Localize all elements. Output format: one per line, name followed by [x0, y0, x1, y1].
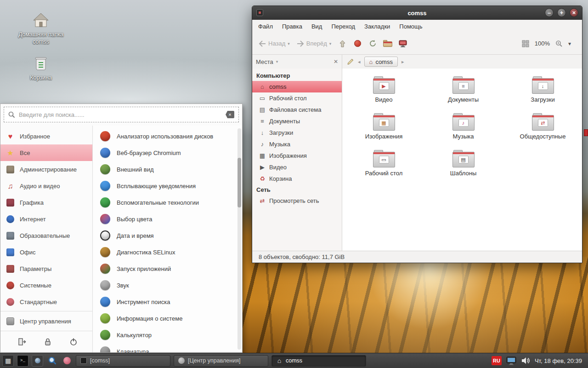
- up-button[interactable]: [336, 38, 348, 50]
- stop-button[interactable]: [351, 38, 363, 50]
- place-item[interactable]: ▤ Файловая система: [252, 104, 342, 115]
- menu-category[interactable]: Офис: [0, 244, 92, 260]
- menu-category[interactable]: Параметры: [0, 260, 92, 277]
- app-list-item[interactable]: Инструмент поиска: [93, 293, 242, 310]
- menu-category[interactable]: ★ Все: [0, 144, 92, 161]
- file-item[interactable]: ♪ Музыка: [424, 111, 503, 148]
- app-list-item[interactable]: Внешний вид: [93, 161, 242, 178]
- file-view[interactable]: ▶ Видео ≡ Документы ↓ Загрузки ▦ Изображ…: [342, 69, 582, 251]
- menubar-item[interactable]: Файл: [254, 21, 277, 32]
- menu-category[interactable]: Администрирование: [0, 161, 92, 178]
- path-location-button[interactable]: ⌂ comss: [364, 57, 398, 67]
- place-item[interactable]: ♪ Музыка: [252, 138, 342, 150]
- menubar-item[interactable]: Помощь: [395, 21, 426, 32]
- search-launcher-button[interactable]: [46, 355, 58, 367]
- app-list-item[interactable]: Информация о системе: [93, 310, 242, 327]
- app-list-item[interactable]: Запуск приложений: [93, 260, 242, 277]
- computer-button[interactable]: [397, 38, 409, 50]
- app-list-item[interactable]: Веб-браузер Chromium: [93, 144, 242, 161]
- menubar-item[interactable]: Закладки: [360, 21, 394, 32]
- zoom-in-button[interactable]: [553, 38, 565, 50]
- menu-category[interactable]: Системные: [0, 277, 92, 293]
- place-label: Корзина: [269, 175, 292, 182]
- app-list-item[interactable]: Всплывающие уведомления: [93, 178, 242, 194]
- place-item[interactable]: ▶ Видео: [252, 161, 342, 173]
- file-item[interactable]: ⇄ Общедоступные: [503, 111, 582, 148]
- menubar-item[interactable]: Правка: [278, 21, 306, 32]
- app-list-item[interactable]: Калькулятор: [93, 327, 242, 343]
- place-item[interactable]: ↓ Загрузки: [252, 127, 342, 138]
- apps-scrollbar-thumb[interactable]: [237, 158, 241, 207]
- taskbar-window-button[interactable]: [Центр управления]: [174, 355, 268, 367]
- terminal-launcher-button[interactable]: >_: [17, 355, 28, 367]
- path-scroll-right-icon[interactable]: ▸: [401, 59, 404, 65]
- titlebar[interactable]: comss –+×: [252, 6, 582, 20]
- edit-location-icon[interactable]: [347, 58, 354, 65]
- path-scroll-left-icon[interactable]: ◂: [358, 59, 361, 65]
- menu-category[interactable]: Интернет: [0, 211, 92, 227]
- shutdown-button[interactable]: [68, 337, 79, 347]
- place-item[interactable]: ≡ Документы: [252, 115, 342, 127]
- file-item[interactable]: ▤ Шаблоны: [424, 148, 503, 184]
- place-item[interactable]: ⌂ comss: [252, 81, 342, 92]
- apps-scrollbar[interactable]: [237, 128, 241, 350]
- keyboard-layout-indicator[interactable]: RU: [492, 356, 502, 365]
- back-button[interactable]: Назад ▾: [257, 38, 292, 49]
- forward-button[interactable]: Вперёд ▾: [295, 38, 334, 49]
- color-picker-launcher-button[interactable]: [61, 355, 73, 367]
- minimize-button[interactable]: –: [545, 8, 554, 17]
- app-list-item[interactable]: Дата и время: [93, 227, 242, 244]
- control-center-button[interactable]: Центр управления: [0, 311, 92, 331]
- menu-launcher-button[interactable]: ▦: [2, 355, 14, 367]
- sidepane-dropdown-icon[interactable]: ▾: [276, 59, 278, 64]
- file-label: Музыка: [453, 133, 474, 140]
- screenshot-launcher-button[interactable]: [32, 355, 43, 367]
- lock-button[interactable]: [43, 337, 53, 347]
- desktop-icon-home[interactable]: Домашняя папка comss: [17, 11, 65, 46]
- volume-icon[interactable]: [521, 356, 530, 365]
- view-dropdown-icon[interactable]: ▾: [568, 40, 577, 47]
- close-button[interactable]: ×: [570, 8, 578, 17]
- icon-view-button[interactable]: [520, 38, 531, 50]
- menu-category[interactable]: Образовательные: [0, 227, 92, 244]
- panel-edge-marker[interactable]: [584, 129, 588, 136]
- app-list-item[interactable]: Диагностика SELinux: [93, 244, 242, 260]
- back-dropdown-icon[interactable]: ▾: [288, 41, 290, 46]
- place-item[interactable]: ▭ Рабочий стол: [252, 92, 342, 104]
- app-list-item[interactable]: Клавиатура: [93, 343, 242, 352]
- logout-button[interactable]: [17, 337, 27, 347]
- menu-category[interactable]: ♥ Избранное: [0, 128, 92, 144]
- search-input[interactable]: [19, 111, 222, 118]
- file-item[interactable]: ▭ Рабочий стол: [344, 148, 424, 184]
- clock[interactable]: Чт, 18 фев, 20:39: [535, 357, 582, 364]
- taskbar-window-button[interactable]: ⌂ comss: [271, 355, 366, 367]
- app-list-item[interactable]: Звук: [93, 277, 242, 293]
- place-item[interactable]: ♻ Корзина: [252, 173, 342, 184]
- display-settings-icon[interactable]: [506, 356, 516, 365]
- clear-search-icon[interactable]: ×: [226, 111, 234, 118]
- file-item[interactable]: ↓ Загрузки: [503, 74, 582, 111]
- taskbar-window-button[interactable]: [comss]: [76, 355, 170, 367]
- place-label: Загрузки: [269, 129, 293, 136]
- home-button[interactable]: [382, 38, 394, 50]
- app-list-item[interactable]: Выбор цвета: [93, 211, 242, 227]
- maximize-button[interactable]: +: [557, 8, 566, 17]
- app-list-item[interactable]: Анализатор использования дисков: [93, 128, 242, 144]
- window-menu-icon[interactable]: [256, 9, 263, 16]
- file-item[interactable]: ▦ Изображения: [344, 111, 424, 148]
- place-item[interactable]: ▦ Изображения: [252, 150, 342, 161]
- sidepane-close-icon[interactable]: ✕: [334, 58, 338, 65]
- menu-category[interactable]: ♫ Аудио и видео: [0, 178, 92, 194]
- file-item[interactable]: ▶ Видео: [344, 74, 424, 111]
- menu-category[interactable]: Стандартные: [0, 293, 92, 310]
- app-list-item[interactable]: Вспомогательные технологии: [93, 194, 242, 211]
- file-item[interactable]: ≡ Документы: [424, 74, 503, 111]
- menubar-item[interactable]: Вид: [307, 21, 327, 32]
- menubar-item[interactable]: Переход: [327, 21, 359, 32]
- forward-dropdown-icon[interactable]: ▾: [329, 41, 332, 46]
- menu-category[interactable]: Графика: [0, 194, 92, 211]
- desktop-icon-trash[interactable]: Корзина: [20, 54, 62, 82]
- place-item[interactable]: ⇄ Просмотреть сеть: [252, 195, 342, 207]
- logout-icon: [17, 337, 27, 346]
- refresh-button[interactable]: [367, 38, 379, 50]
